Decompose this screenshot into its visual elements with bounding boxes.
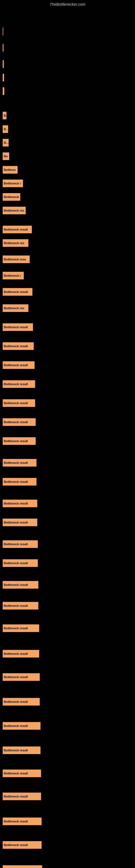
bar-row-43: Bottleneck result xyxy=(3,817,42,825)
bar-row-25: Bottleneck result xyxy=(3,418,36,426)
bar-label-11: Bottleneck r xyxy=(3,182,22,185)
bar-row-8: Bo xyxy=(3,139,9,147)
bar-row-18: Bottleneck result xyxy=(3,288,32,296)
bar-label-30: Bottleneck result xyxy=(3,521,29,524)
bar-row-41: Bottleneck result xyxy=(3,770,41,777)
bar-label-15: Bottleneck res xyxy=(3,241,26,245)
bar-row-10: Bottlene xyxy=(3,166,17,174)
bar-row-36: Bottleneck result xyxy=(3,650,39,657)
bar-row-37: Bottleneck result xyxy=(3,673,40,681)
bar-row-15: Bottleneck res xyxy=(3,239,28,247)
bar-row-45: Bottleneck result xyxy=(3,865,42,868)
bar-row-30: Bottleneck result xyxy=(3,519,37,526)
bar-label-26: Bottleneck result xyxy=(3,439,29,443)
bar-row-5 xyxy=(3,87,4,95)
bar-label-19: Bottleneck res xyxy=(3,307,26,310)
bar-label-12: Bottleneck xyxy=(3,195,20,198)
bar-row-11: Bottleneck r xyxy=(3,180,23,187)
bar-row-32: Bottleneck result xyxy=(3,559,38,567)
bar-label-13: Bottleneck res xyxy=(3,209,26,212)
bar-row-4 xyxy=(3,74,4,82)
bar-row-16: Bottleneck resu xyxy=(3,255,30,263)
bar-label-27: Bottleneck result xyxy=(3,461,29,464)
bar-label-21: Bottleneck result xyxy=(3,344,29,348)
bar-label-22: Bottleneck result xyxy=(3,364,29,367)
bar-row-31: Bottleneck result xyxy=(3,540,38,548)
bar-row-22: Bottleneck result xyxy=(3,361,35,369)
bar-label-43: Bottleneck result xyxy=(3,820,29,823)
bar-row-19: Bottleneck res xyxy=(3,304,28,312)
bar-row-28: Bottleneck result xyxy=(3,478,37,486)
bar-label-33: Bottleneck result xyxy=(3,583,29,586)
bar-label-7: Bo xyxy=(3,127,8,131)
bar-label-34: Bottleneck result xyxy=(3,604,29,607)
bar-label-25: Bottleneck result xyxy=(3,421,29,424)
bar-row-9: Bo xyxy=(3,152,9,160)
bar-row-6: B xyxy=(3,112,6,119)
bar-row-39: Bottleneck result xyxy=(3,722,41,730)
bar-row-34: Bottleneck result xyxy=(3,602,38,610)
bar-row-14: Bottleneck result xyxy=(3,226,32,233)
bar-label-29: Bottleneck result xyxy=(3,502,29,505)
bar-row-24: Bottleneck result xyxy=(3,399,35,407)
bar-row-23: Bottleneck result xyxy=(3,380,35,388)
bar-row-27: Bottleneck result xyxy=(3,459,37,467)
bar-label-14: Bottleneck result xyxy=(3,228,29,231)
bar-label-41: Bottleneck result xyxy=(3,772,29,775)
site-title-container: TheBottlenecker.com xyxy=(0,0,135,9)
bar-label-42: Bottleneck result xyxy=(3,795,29,798)
bar-label-44: Bottleneck result xyxy=(3,843,29,846)
bar-row-20: Bottleneck result xyxy=(3,323,33,331)
bar-row-12: Bottleneck xyxy=(3,193,20,201)
bar-label-37: Bottleneck result xyxy=(3,675,29,679)
bar-row-40: Bottleneck result xyxy=(3,746,41,754)
bar-row-26: Bottleneck result xyxy=(3,437,36,445)
bar-label-40: Bottleneck result xyxy=(3,749,29,752)
bar-label-23: Bottleneck result xyxy=(3,382,29,386)
bar-row-42: Bottleneck result xyxy=(3,793,41,800)
bar-label-32: Bottleneck result xyxy=(3,561,29,565)
bar-label-39: Bottleneck result xyxy=(3,724,29,727)
bar-row-17: Bottleneck r xyxy=(3,272,24,279)
bar-label-31: Bottleneck result xyxy=(3,542,29,546)
bar-label-38: Bottleneck result xyxy=(3,700,29,703)
bar-row-7: Bo xyxy=(3,125,8,133)
bar-row-3 xyxy=(3,60,4,68)
bar-label-10: Bottlene xyxy=(3,168,17,172)
bar-label-6: B xyxy=(3,114,6,117)
bar-row-13: Bottleneck res xyxy=(3,207,26,214)
bar-row-33: Bottleneck result xyxy=(3,581,38,589)
bar-row-2 xyxy=(3,44,3,52)
bar-label-20: Bottleneck result xyxy=(3,326,29,329)
bar-label-18: Bottleneck result xyxy=(3,290,29,293)
bar-label-36: Bottleneck result xyxy=(3,652,29,655)
bar-label-8: Bo xyxy=(3,141,9,144)
bar-row-44: Bottleneck result xyxy=(3,841,42,849)
bar-label-35: Bottleneck result xyxy=(3,627,29,630)
bar-row-38: Bottleneck result xyxy=(3,698,40,706)
site-title: TheBottlenecker.com xyxy=(0,0,135,9)
bar-label-16: Bottleneck resu xyxy=(3,258,27,261)
bar-row-29: Bottleneck result xyxy=(3,500,37,507)
bar-label-28: Bottleneck result xyxy=(3,480,29,484)
bar-label-17: Bottleneck r xyxy=(3,274,22,277)
bar-row-35: Bottleneck result xyxy=(3,624,39,632)
bar-label-24: Bottleneck result xyxy=(3,401,29,405)
bar-label-9: Bo xyxy=(3,155,9,158)
bar-row-21: Bottleneck result xyxy=(3,342,34,350)
bar-row-1 xyxy=(3,28,3,35)
